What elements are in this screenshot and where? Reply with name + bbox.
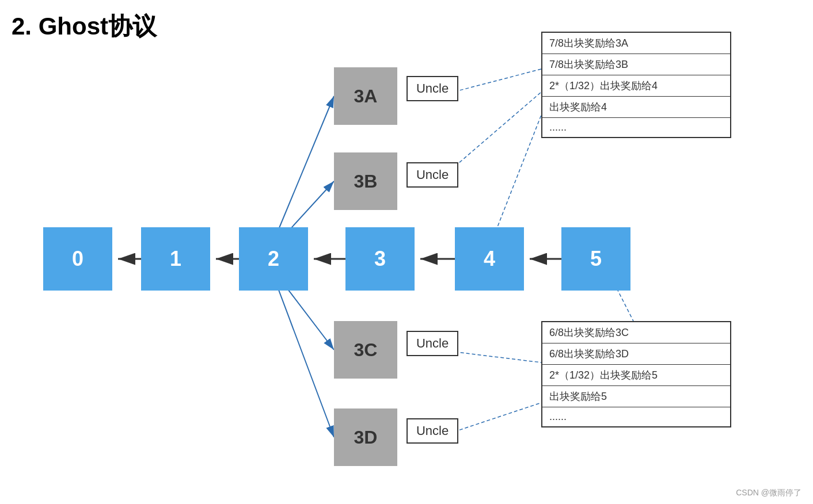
reward-table-bottom: 6/8出块奖励给3C 6/8出块奖励给3D 2*（1/32）出块奖励给5 出块奖…: [541, 321, 731, 427]
uncle-label-3d: Uncle: [406, 418, 458, 444]
uncle-label-3c: Uncle: [406, 331, 458, 356]
reward-row-b1: 6/8出块奖励给3C: [542, 322, 730, 343]
uncle-block-3a: 3A: [334, 67, 397, 125]
uncle-label-3a: Uncle: [406, 76, 458, 101]
reward-table-top: 7/8出块奖励给3A 7/8出块奖励给3B 2*（1/32）出块奖励给4 出块奖…: [541, 32, 731, 138]
page-title: 2. Ghost协议: [12, 10, 157, 43]
block-1: 1: [141, 227, 210, 291]
block-3: 3: [345, 227, 415, 291]
uncle-block-3c: 3C: [334, 321, 397, 379]
reward-row-5: ......: [542, 118, 730, 137]
uncle-block-3d: 3D: [334, 408, 397, 466]
block-2: 2: [239, 227, 308, 291]
reward-row-4: 出块奖励给4: [542, 97, 730, 118]
reward-row-2: 7/8出块奖励给3B: [542, 54, 730, 75]
block-5: 5: [561, 227, 630, 291]
reward-row-3: 2*（1/32）出块奖励给4: [542, 75, 730, 97]
uncle-label-3b: Uncle: [406, 162, 458, 188]
reward-row-b2: 6/8出块奖励给3D: [542, 343, 730, 365]
svg-line-10: [273, 276, 334, 437]
reward-row-1: 7/8出块奖励给3A: [542, 33, 730, 54]
watermark: CSDN @微雨停了: [736, 488, 801, 498]
uncle-block-3b: 3B: [334, 152, 397, 210]
block-4: 4: [455, 227, 524, 291]
reward-row-b4: 出块奖励给5: [542, 386, 730, 407]
reward-row-b3: 2*（1/32）出块奖励给5: [542, 365, 730, 386]
svg-line-7: [273, 96, 334, 242]
block-0: 0: [43, 227, 112, 291]
reward-row-b5: ......: [542, 407, 730, 426]
